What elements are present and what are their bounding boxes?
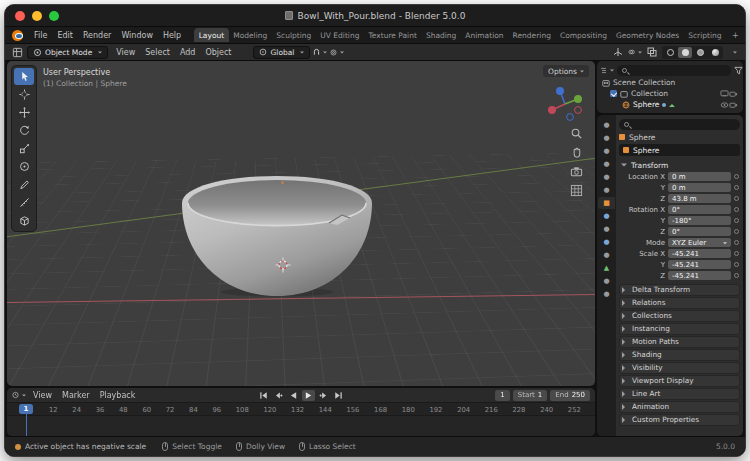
object-properties-tab[interactable]: ■ [598, 197, 615, 209]
current-frame-field[interactable]: 1 [495, 390, 509, 401]
field-value[interactable]: 0 m [668, 172, 731, 182]
menu-item[interactable]: Edit [52, 29, 78, 42]
animate-decorator-icon[interactable] [734, 218, 739, 223]
outliner-search-input[interactable] [630, 66, 726, 74]
field-value[interactable]: 43.8 m [668, 194, 731, 204]
properties-section[interactable]: Animation [619, 401, 740, 413]
particles-tab[interactable]: ● [598, 223, 615, 235]
bowl-object[interactable] [179, 173, 375, 299]
menu-item[interactable]: Window [116, 29, 158, 42]
move-tool[interactable] [14, 104, 34, 121]
disable-in-render-icon[interactable] [729, 101, 738, 109]
transform-section-header[interactable]: Transform [619, 159, 740, 171]
menu-item[interactable]: Playback [95, 389, 141, 402]
properties-section[interactable]: Visibility [619, 362, 740, 374]
rotate-tool[interactable] [14, 122, 34, 139]
outliner-row-sphere[interactable]: Sphere [600, 99, 740, 110]
outliner-row-collection[interactable]: Collection [600, 88, 740, 99]
properties-section[interactable]: Line Art [619, 388, 740, 400]
previous-keyframe-button[interactable] [272, 390, 285, 401]
timeline-track-area[interactable] [7, 416, 595, 436]
physics-tab[interactable]: ● [598, 236, 615, 248]
workspace-tab[interactable]: Texture Paint [364, 28, 421, 42]
workspace-tab[interactable]: Scripting [684, 28, 726, 42]
show-gizmo-icon[interactable] [611, 46, 625, 59]
workspace-tab[interactable]: Modeling [229, 28, 272, 42]
options-button[interactable]: Options [543, 65, 589, 77]
maximize-window-button[interactable] [49, 11, 59, 21]
field-value[interactable]: 0° [668, 227, 731, 237]
blender-logo-icon[interactable] [12, 30, 23, 41]
timeline-editor-type-icon[interactable] [12, 389, 26, 402]
menu-item[interactable]: Add [175, 46, 201, 59]
animate-decorator-icon[interactable] [734, 240, 739, 245]
animate-decorator-icon[interactable] [734, 196, 739, 201]
menu-item[interactable]: View [28, 389, 57, 402]
animate-decorator-icon[interactable] [734, 273, 739, 278]
modifiers-tab[interactable]: ● [598, 210, 615, 222]
texture-tab[interactable]: ● [598, 288, 615, 300]
timeline-ruler[interactable]: 1224364860728496108120132144156168180192… [7, 403, 595, 416]
start-frame-field[interactable]: Start 1 [513, 390, 548, 401]
jump-to-end-button[interactable] [332, 390, 345, 401]
xray-toggle-icon[interactable] [645, 46, 659, 59]
menu-item[interactable]: Select [140, 46, 175, 59]
animate-decorator-icon[interactable] [734, 251, 739, 256]
camera-view-icon[interactable] [570, 165, 583, 178]
properties-section[interactable]: Delta Transform [619, 284, 740, 296]
toggle-perspective-grid-icon[interactable] [570, 184, 583, 197]
scale-tool[interactable] [14, 140, 34, 157]
pan-hand-icon[interactable] [570, 146, 583, 159]
proportional-editing-icon[interactable] [330, 46, 344, 59]
workspace-tab[interactable]: Geometry Nodes [611, 28, 683, 42]
add-primitive-tool[interactable] [14, 212, 34, 229]
field-value[interactable]: 0° [668, 205, 731, 215]
gizmo-z-axis[interactable] [556, 87, 564, 95]
workspace-tab[interactable]: Rendering [508, 28, 555, 42]
navigation-gizmo[interactable] [545, 83, 585, 123]
properties-section[interactable]: Shading [619, 349, 740, 361]
properties-section[interactable]: Motion Paths [619, 336, 740, 348]
constraints-tab[interactable]: ● [598, 249, 615, 261]
cursor-tool[interactable] [14, 86, 34, 103]
field-value[interactable]: -180° [668, 216, 731, 226]
object-data-tab[interactable]: ▲ [598, 262, 615, 274]
shading-dropdown-icon[interactable] [726, 46, 740, 59]
menu-item[interactable]: View [111, 46, 140, 59]
snap-magnet-icon[interactable] [313, 46, 327, 59]
editor-type-icon[interactable] [10, 46, 24, 59]
gizmo-z-neg[interactable] [567, 114, 574, 121]
menu-item[interactable]: Marker [57, 389, 95, 402]
render-tab[interactable]: ● [598, 132, 615, 144]
gizmo-x-neg[interactable] [575, 107, 582, 114]
field-value[interactable]: -45.241 [668, 249, 731, 259]
menu-item[interactable]: File [29, 29, 52, 42]
outliner-editor-type-icon[interactable] [600, 64, 614, 77]
material-preview-button[interactable] [693, 47, 707, 58]
outliner-row-scene-collection[interactable]: Scene Collection [600, 77, 740, 88]
field-value[interactable]: 0 m [668, 183, 731, 193]
workspace-tab[interactable]: Shading [421, 28, 460, 42]
add-workspace-button[interactable]: + [728, 30, 743, 41]
collection-checkbox[interactable] [610, 90, 617, 97]
properties-section[interactable]: Custom Properties [619, 414, 740, 426]
hide-in-viewport-icon[interactable] [720, 101, 729, 109]
play-button[interactable] [302, 390, 315, 401]
object-name-field[interactable]: Sphere [619, 144, 740, 156]
jump-to-start-button[interactable] [257, 390, 270, 401]
hide-in-viewport-icon[interactable] [720, 90, 729, 98]
next-keyframe-button[interactable] [317, 390, 330, 401]
wireframe-shading-button[interactable] [663, 47, 677, 58]
animate-decorator-icon[interactable] [734, 229, 739, 234]
transform-orientation-selector[interactable]: Global [253, 46, 310, 59]
field-value[interactable]: -45.241 [668, 260, 731, 270]
properties-section[interactable]: Viewport Display [619, 375, 740, 387]
properties-section[interactable]: Collections [619, 310, 740, 322]
view-layer-tab[interactable]: ● [598, 158, 615, 170]
end-frame-field[interactable]: End 250 [550, 390, 590, 401]
overlays-icon[interactable] [628, 46, 642, 59]
field-value[interactable]: -45.241 [668, 271, 731, 281]
workspace-tab[interactable]: Animation [461, 28, 508, 42]
menu-item[interactable]: Render [78, 29, 116, 42]
workspace-tab[interactable]: Sculpting [272, 28, 316, 42]
